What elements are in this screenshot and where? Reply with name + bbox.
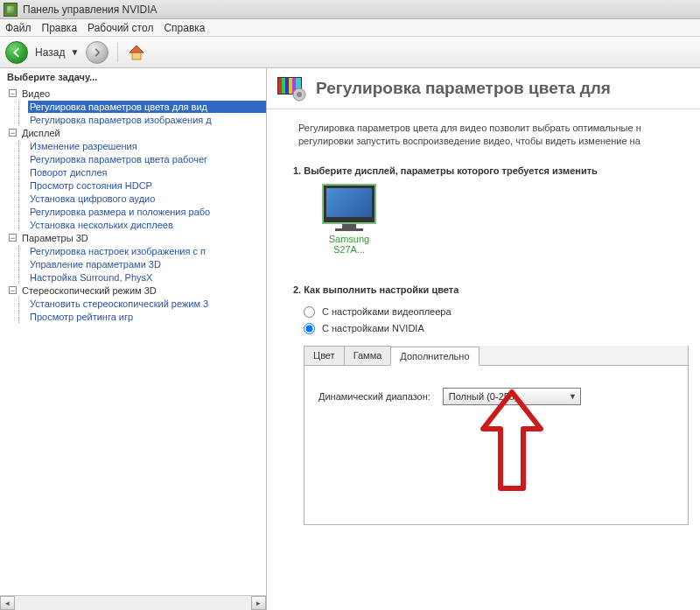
nvidia-app-icon xyxy=(4,3,18,17)
tree-toggle[interactable]: − xyxy=(9,129,17,137)
menu-file[interactable]: Файл xyxy=(5,22,32,34)
sidebar-header: Выберите задачу... xyxy=(0,68,266,88)
toolbar-separator xyxy=(117,43,118,62)
tree-group-stereo3d: −Стереоскопический режим 3D Установить с… xyxy=(9,284,266,323)
forward-button[interactable] xyxy=(86,41,108,64)
content-pane: Регулировка параметров цвета для Регулир… xyxy=(267,68,700,610)
menu-desktop[interactable]: Рабочий стол xyxy=(88,22,153,34)
page-title-row: Регулировка параметров цвета для xyxy=(267,68,700,109)
radio-player-settings[interactable]: С настройками видеоплеера xyxy=(267,304,700,320)
tab-advanced-body: Динамический диапазон: Полный (0-255) ▼ xyxy=(304,367,688,524)
dynamic-range-combo[interactable]: Полный (0-255) ▼ xyxy=(443,388,581,405)
tree-item[interactable]: Регулировка размера и положения рабо xyxy=(28,206,266,218)
tab-color[interactable]: Цвет xyxy=(304,346,345,365)
display-thumbnail[interactable]: Samsung S27A... xyxy=(316,185,382,255)
chevron-down-icon: ▼ xyxy=(569,392,577,401)
scroll-right-icon[interactable]: ▸ xyxy=(251,596,266,610)
tree-group-video: −Видео Регулировка параметров цвета для … xyxy=(9,88,266,126)
home-button[interactable] xyxy=(127,43,146,62)
tree-item[interactable]: Просмотр рейтинга игр xyxy=(28,311,266,323)
dynamic-range-label: Динамический диапазон: xyxy=(318,391,430,402)
page-title: Регулировка параметров цвета для xyxy=(316,79,611,98)
tabs-bar: Цвет Гамма Дополнительно xyxy=(304,346,688,366)
tree-item[interactable]: Установка нескольких дисплеев xyxy=(28,219,266,231)
tree-item[interactable]: Регулировка параметров цвета для вид xyxy=(28,101,266,113)
back-button[interactable] xyxy=(5,41,28,64)
tab-gamma[interactable]: Гамма xyxy=(344,346,392,365)
tree-item[interactable]: Настройка Surround, PhysX xyxy=(28,271,266,284)
radio-nvidia-input[interactable] xyxy=(304,323,315,334)
tree-item[interactable]: Установить стереоскопический режим 3 xyxy=(28,298,266,310)
titlebar[interactable]: Панель управления NVIDIA xyxy=(0,0,700,19)
monitor-icon xyxy=(323,185,375,223)
radio-nvidia-settings[interactable]: С настройками NVIDIA xyxy=(267,320,700,337)
svg-rect-4 xyxy=(282,78,285,94)
toolbar: Назад ▼ xyxy=(0,37,700,68)
tree-item[interactable]: Регулировка параметров цвета рабочег xyxy=(28,153,266,165)
tree-group-display: −Дисплей Изменение разрешения Регулировк… xyxy=(9,127,266,231)
tree-item[interactable]: Регулировка параметров изображения д xyxy=(28,114,266,126)
page-description: Регулировка параметров цвета для видео п… xyxy=(267,109,700,157)
color-tabs-panel: Цвет Гамма Дополнительно Динамический ди… xyxy=(304,346,689,525)
menu-help[interactable]: Справка xyxy=(164,22,205,34)
tree-item[interactable]: Регулировка настроек изображения с п xyxy=(28,245,266,257)
dynamic-range-value: Полный (0-255) xyxy=(449,391,518,402)
svg-rect-5 xyxy=(285,78,289,94)
menubar: Файл Правка Рабочий стол Справка xyxy=(0,19,700,37)
tree-toggle[interactable]: − xyxy=(9,286,17,294)
svg-rect-3 xyxy=(278,78,282,94)
back-history-dropdown[interactable]: ▼ xyxy=(70,47,80,57)
tree-item[interactable]: Просмотр состояния HDCP xyxy=(28,179,266,192)
tree-toggle[interactable]: − xyxy=(9,234,17,242)
svg-marker-1 xyxy=(130,46,144,53)
tree-item[interactable]: Управление параметрами 3D xyxy=(28,258,266,270)
tree-group-3d: −Параметры 3D Регулировка настроек изобр… xyxy=(9,232,266,284)
svg-rect-6 xyxy=(289,78,292,94)
sidebar-horizontal-scrollbar[interactable]: ◂ ▸ xyxy=(0,595,266,610)
task-sidebar: Выберите задачу... −Видео Регулировка па… xyxy=(0,68,267,610)
step1-label: 1. Выберите дисплей, параметры которого … xyxy=(267,157,700,185)
task-tree: −Видео Регулировка параметров цвета для … xyxy=(0,88,266,323)
tree-item[interactable]: Изменение разрешения xyxy=(28,140,266,152)
tree-toggle[interactable]: − xyxy=(9,89,17,97)
display-name: Samsung S27A... xyxy=(316,234,382,255)
menu-edit[interactable]: Правка xyxy=(42,22,78,34)
back-label[interactable]: Назад xyxy=(35,46,65,59)
radio-player-input[interactable] xyxy=(304,306,315,318)
scroll-left-icon[interactable]: ◂ xyxy=(0,596,15,610)
color-bars-icon xyxy=(277,75,307,102)
svg-point-10 xyxy=(297,92,302,97)
step2-label: 2. Как выполнить настройки цвета xyxy=(267,255,700,304)
window-title: Панель управления NVIDIA xyxy=(23,4,158,16)
tree-item[interactable]: Поворот дисплея xyxy=(28,166,266,179)
tab-advanced[interactable]: Дополнительно xyxy=(390,347,479,366)
tree-item[interactable]: Установка цифрового аудио xyxy=(28,193,266,205)
